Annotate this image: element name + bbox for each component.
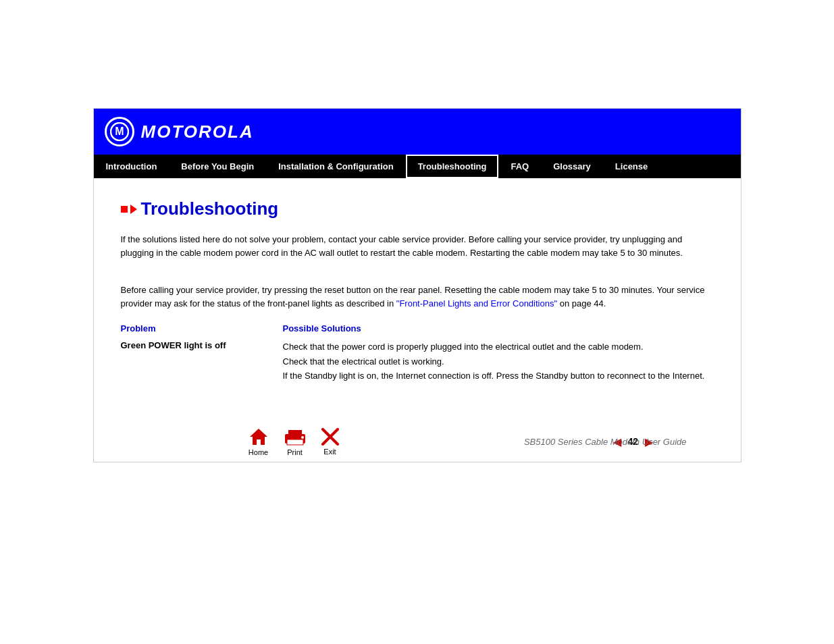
solution-list: Check that the power cord is properly pl…	[283, 340, 714, 383]
nav-item-license[interactable]: License	[603, 155, 660, 178]
intro-paragraph-2: Before calling your service provider, tr…	[121, 284, 714, 310]
link-suffix: on page 44.	[557, 298, 606, 308]
solution-item-2: Check that the electrical outlet is work…	[283, 355, 714, 369]
table-row: Green POWER light is off Check that the …	[121, 336, 714, 388]
content-area: Troubleshooting If the solutions listed …	[94, 178, 741, 415]
guide-title: SB5100 Series Cable Modem User Guide	[524, 437, 687, 447]
print-button[interactable]: Print	[282, 427, 308, 456]
svg-marker-2	[250, 429, 267, 445]
title-square-icon	[121, 206, 128, 213]
solutions-cell: Check that the power cord is properly pl…	[283, 336, 714, 388]
col-problem-header: Problem	[121, 321, 283, 336]
brand-name: MOTOROLA	[141, 122, 254, 142]
spacer	[121, 270, 714, 284]
svg-text:M: M	[115, 126, 124, 137]
page-title-container: Troubleshooting	[121, 198, 714, 219]
nav-item-faq[interactable]: FAQ	[498, 155, 541, 178]
trouble-table: Problem Possible Solutions Green POWER l…	[121, 321, 714, 388]
motorola-m-icon: M	[110, 122, 129, 141]
solution-item-1: Check that the power cord is properly pl…	[283, 340, 714, 354]
problem-cell: Green POWER light is off	[121, 336, 283, 388]
exit-icon	[321, 428, 339, 446]
footer-nav: Home Print	[94, 415, 741, 462]
front-panel-link[interactable]: "Front-Panel Lights and Error Conditions…	[396, 298, 557, 308]
print-label: Print	[287, 448, 303, 456]
print-icon	[282, 427, 308, 446]
home-button[interactable]: Home	[249, 427, 269, 456]
svg-rect-4	[288, 430, 302, 435]
title-icon	[121, 205, 137, 214]
exit-label: Exit	[323, 448, 336, 456]
intro-paragraph-1: If the solutions listed here do not solv…	[121, 233, 714, 259]
home-label: Home	[249, 448, 268, 456]
title-arrow-icon	[130, 205, 137, 214]
solution-item-3: If the Standby light is on, the Internet…	[283, 369, 714, 383]
home-icon	[249, 427, 269, 446]
page-wrapper: M MOTOROLA Introduction Before You Begin…	[0, 0, 834, 644]
header-logo-bar: M MOTOROLA	[94, 109, 741, 155]
nav-item-introduction[interactable]: Introduction	[94, 155, 170, 178]
svg-rect-5	[287, 439, 303, 445]
nav-item-before-you-begin[interactable]: Before You Begin	[169, 155, 266, 178]
page-title: Troubleshooting	[141, 198, 279, 219]
doc-container: M MOTOROLA Introduction Before You Begin…	[93, 108, 741, 462]
nav-item-glossary[interactable]: Glossary	[541, 155, 603, 178]
logo-circle-icon: M	[105, 117, 134, 146]
col-solutions-header: Possible Solutions	[283, 321, 714, 336]
nav-item-troubleshooting[interactable]: Troubleshooting	[406, 155, 499, 178]
footer-icons: Home Print	[249, 427, 339, 456]
svg-point-6	[301, 436, 304, 439]
nav-item-installation[interactable]: Installation & Configuration	[266, 155, 405, 178]
nav-bar: Introduction Before You Begin Installati…	[94, 155, 741, 178]
exit-button[interactable]: Exit	[321, 428, 339, 456]
motorola-logo: M MOTOROLA	[105, 117, 254, 146]
